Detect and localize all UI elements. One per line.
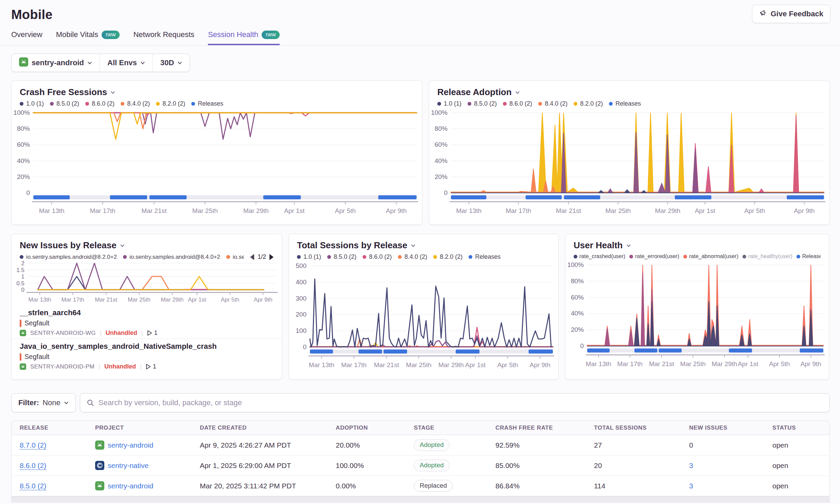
table-column-header[interactable]: STAGE xyxy=(406,425,487,431)
legend-item[interactable]: 8.6.0 (2) xyxy=(503,100,532,107)
tab[interactable]: Overview xyxy=(11,30,42,45)
chevron-down-icon[interactable] xyxy=(110,90,115,95)
svg-text:Mar 17th: Mar 17th xyxy=(617,360,643,367)
environment-selector[interactable]: All Envs xyxy=(100,54,153,72)
svg-text:Mar 21st: Mar 21st xyxy=(95,296,117,303)
legend-item[interactable]: Releases xyxy=(797,253,821,259)
crash-free-sessions-chart[interactable]: 100%80%60%40%20%0Mar 13thMar 17thMar 21s… xyxy=(12,107,422,219)
table-column-header[interactable]: RELEASE xyxy=(12,425,87,431)
give-feedback-button[interactable]: Give Feedback xyxy=(752,5,830,23)
legend-item[interactable]: io.sentry.samples.android@8.4.0+2 xyxy=(123,254,220,260)
environment-selector-value: All Envs xyxy=(107,58,137,67)
filter-dropdown[interactable]: Filter: None xyxy=(11,393,76,412)
date-range-selector[interactable]: 30D xyxy=(153,54,190,72)
tab[interactable]: Session Health new xyxy=(208,30,280,45)
svg-text:40%: 40% xyxy=(571,310,584,317)
crash-free-rate-cell: 92.59% xyxy=(487,441,586,449)
legend-item[interactable]: 8.5.0 (2) xyxy=(468,100,497,107)
legend-item[interactable]: rate_healthy(user) xyxy=(742,253,792,259)
legend-label: 8.5.0 (2) xyxy=(334,253,356,260)
legend-label: Releases xyxy=(198,100,223,107)
table-row[interactable]: 8.7.0 (2) sentry-android Apr 9, 2025 4:2… xyxy=(12,435,829,455)
stage-badge: Replaced xyxy=(414,480,453,492)
legend-item[interactable]: 8.4.0 (2) xyxy=(538,100,567,107)
legend-item[interactable]: 1.0 (1) xyxy=(20,100,44,107)
project-link[interactable]: sentry-android xyxy=(108,441,153,449)
svg-text:Apr 1st: Apr 1st xyxy=(284,207,305,214)
legend-label: Releases xyxy=(802,253,821,259)
legend-prev-icon[interactable] xyxy=(250,254,254,260)
issue-item[interactable]: Java_io_sentry_samples_android_NativeSam… xyxy=(12,339,282,372)
release-version-link[interactable]: 8.5.0 (2) xyxy=(20,482,46,490)
legend-item[interactable]: Releases xyxy=(191,100,223,107)
legend-dot-icon xyxy=(609,102,613,106)
legend-item[interactable]: rate_abnormal(user) xyxy=(683,253,738,259)
legend-item[interactable]: 8.6.0 (2) xyxy=(85,100,115,107)
search-input[interactable] xyxy=(99,398,823,407)
legend-item[interactable]: 8.2.0 (2) xyxy=(156,100,185,107)
chevron-down-icon[interactable] xyxy=(120,243,125,248)
legend-item[interactable]: rate_errored(user) xyxy=(629,253,679,259)
legend-item[interactable]: 8.4.0 (2) xyxy=(121,100,150,107)
tab-label: Mobile Vitals xyxy=(56,30,98,39)
chevron-down-icon[interactable] xyxy=(626,243,631,248)
legend-item[interactable]: 1.0 (1) xyxy=(437,100,461,107)
legend-item[interactable]: 8.5.0 (2) xyxy=(50,100,79,107)
legend-dot-icon xyxy=(85,102,89,106)
project-link[interactable]: sentry-android xyxy=(108,482,153,490)
table-column-header[interactable]: PROJECT xyxy=(87,425,192,431)
legend-next-icon[interactable] xyxy=(269,254,274,260)
issue-title[interactable]: __strlen_aarch64 xyxy=(20,308,274,317)
crash-free-rate-cell: 86.84% xyxy=(487,482,586,490)
svg-text:Mar 17th: Mar 17th xyxy=(506,207,531,214)
legend-item[interactable]: 8.6.0 (2) xyxy=(363,253,392,260)
new-issues-cell[interactable]: 3 xyxy=(689,462,693,470)
table-column-header[interactable]: TOTAL SESSIONS xyxy=(586,425,681,431)
svg-text:Mar 21st: Mar 21st xyxy=(649,360,675,367)
legend-item[interactable]: Releases xyxy=(469,253,501,260)
legend-item[interactable]: Releases xyxy=(609,100,641,107)
legend-item[interactable]: 8.5.0 (2) xyxy=(327,253,356,260)
legend-item[interactable]: 8.4.0 (2) xyxy=(398,253,427,260)
tab[interactable]: Network Requests xyxy=(133,30,194,45)
svg-text:Apr 5th: Apr 5th xyxy=(221,296,240,303)
events-icon xyxy=(147,330,152,336)
svg-text:Mar 29th: Mar 29th xyxy=(243,207,269,214)
tab-label: Session Health xyxy=(208,30,258,39)
release-adoption-chart[interactable]: 100%80%60%40%20%0Mar 13thMar 17thMar 21s… xyxy=(429,107,829,219)
legend-item[interactable]: 8.2.0 (2) xyxy=(574,100,603,107)
table-row[interactable]: 8.6.0 (2) sentry-native Apr 1, 2025 6:29… xyxy=(12,455,829,476)
legend-item[interactable]: 8.2.0 (2) xyxy=(433,253,462,260)
release-search[interactable] xyxy=(80,393,830,412)
table-column-header[interactable]: ADOPTION xyxy=(328,425,406,431)
issue-item[interactable]: __strlen_aarch64 Segfault SENTRY-ANDROID… xyxy=(12,305,282,339)
legend-label: 8.2.0 (2) xyxy=(162,100,185,107)
new-issues-chart[interactable]: 21.510.50Mar 13thMar 17thMar 21stMar 25t… xyxy=(12,260,282,305)
table-body: 8.7.0 (2) sentry-android Apr 9, 2025 4:2… xyxy=(12,435,829,496)
chevron-down-icon[interactable] xyxy=(411,243,416,248)
chevron-down-icon[interactable] xyxy=(515,90,520,95)
release-version-link[interactable]: 8.7.0 (2) xyxy=(20,441,46,449)
table-column-header[interactable]: NEW ISSUES xyxy=(681,425,764,431)
table-column-header[interactable]: CRASH FREE RATE xyxy=(487,425,586,431)
legend-item[interactable]: rate_crashed(user) xyxy=(574,253,625,259)
table-row[interactable]: 8.5.0 (2) sentry-android Mar 20, 2025 3:… xyxy=(12,476,829,496)
stage-badge: Adopted xyxy=(414,460,450,471)
table-column-header[interactable]: STATUS xyxy=(764,425,829,431)
table-column-header[interactable]: DATE CREATED xyxy=(192,425,328,431)
legend-item[interactable]: io.sentry.samp xyxy=(226,254,244,260)
user-health-chart[interactable]: 100%80%60%40%20%0Mar 13thMar 17thMar 21s… xyxy=(565,259,829,373)
legend-item[interactable]: io.sentry.samples.android@8.2.0+2 xyxy=(20,254,117,260)
new-issues-cell[interactable]: 3 xyxy=(689,482,693,490)
issue-title[interactable]: Java_io_sentry_samples_android_NativeSam… xyxy=(20,342,274,351)
tab[interactable]: Mobile Vitals new xyxy=(56,30,120,45)
legend-label: 8.6.0 (2) xyxy=(369,253,392,260)
new-issues-cell[interactable]: 0 xyxy=(689,441,693,449)
total-sessions-panel: Total Sessions by Release 1.0 (1) 8.5.0 … xyxy=(288,234,559,380)
project-selector[interactable]: sentry-android xyxy=(12,54,100,72)
total-sessions-chart[interactable]: 5004003002001000Mar 13thMar 17thMar 21st… xyxy=(289,260,558,374)
project-link[interactable]: sentry-native xyxy=(108,462,148,470)
svg-text:100: 100 xyxy=(296,327,307,334)
legend-item[interactable]: 1.0 (1) xyxy=(297,253,321,260)
release-version-link[interactable]: 8.6.0 (2) xyxy=(20,462,46,470)
